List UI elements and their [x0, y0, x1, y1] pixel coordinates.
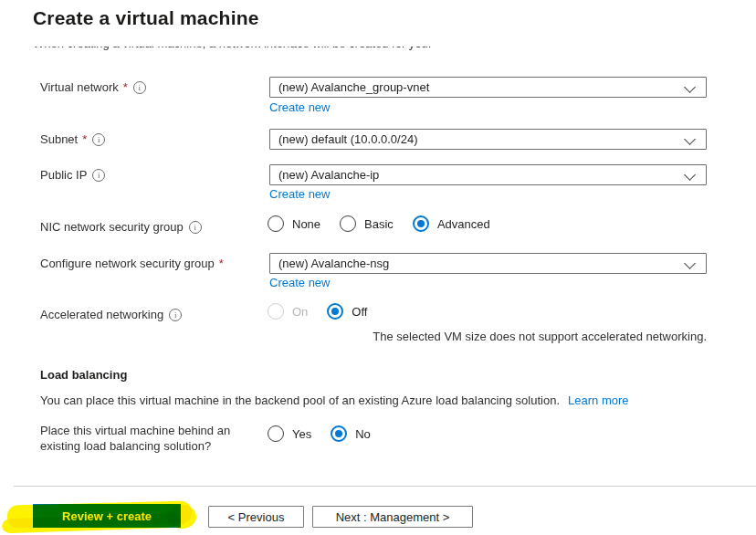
radio-selected-icon — [413, 215, 429, 232]
info-icon[interactable]: i — [169, 309, 182, 321]
required-asterisk: * — [123, 80, 128, 95]
load-balancing-question-label: Place this virtual machine behind an exi… — [40, 423, 278, 454]
info-icon[interactable]: i — [92, 133, 105, 146]
radio-off[interactable]: Off — [327, 303, 367, 320]
radio-circle-icon — [268, 215, 284, 232]
required-asterisk: * — [82, 132, 87, 147]
radio-circle-icon — [340, 215, 356, 232]
radio-selected-icon — [331, 425, 347, 442]
load-balancing-radio-group: Yes No — [268, 425, 390, 442]
info-icon[interactable]: i — [189, 221, 202, 234]
info-icon[interactable]: i — [92, 169, 105, 182]
radio-disabled-icon — [268, 303, 284, 320]
radio-selected-icon — [327, 303, 343, 320]
public-ip-label: Public IP i — [40, 168, 264, 183]
configure-nsg-select[interactable]: (new) Avalanche-nsg — [269, 253, 707, 274]
nic-nsg-radio-group: None Basic Advanced — [268, 215, 509, 232]
radio-advanced[interactable]: Advanced — [413, 215, 490, 232]
radio-no[interactable]: No — [331, 425, 371, 442]
accelerated-networking-radio-group: On Off — [268, 303, 386, 320]
public-ip-select[interactable]: (new) Avalanche-ip — [269, 164, 707, 185]
load-balancing-description: You can place this virtual machine in th… — [40, 393, 629, 407]
configure-nsg-label: Configure network security group * — [40, 257, 264, 271]
radio-none[interactable]: None — [268, 215, 320, 232]
accelerated-networking-note: The selected VM size does not support ac… — [269, 330, 707, 343]
info-icon[interactable]: i — [133, 81, 146, 94]
create-vm-networking-page: Create a virtual machine When creating a… — [0, 0, 756, 535]
required-asterisk: * — [219, 257, 224, 271]
accelerated-networking-label: Accelerated networking i — [40, 308, 264, 322]
clipped-description: When creating a virtual machine, a netwo… — [33, 47, 544, 58]
subnet-label: Subnet * i — [40, 132, 264, 147]
previous-button[interactable]: < Previous — [208, 506, 304, 528]
virtual-network-label: Virtual network * i — [40, 80, 264, 95]
configure-nsg-create-new-link[interactable]: Create new — [269, 276, 330, 289]
virtual-network-create-new-link[interactable]: Create new — [269, 100, 330, 114]
public-ip-create-new-link[interactable]: Create new — [269, 187, 330, 201]
review-create-button[interactable]: Review + create — [33, 504, 181, 528]
radio-on-disabled: On — [268, 303, 308, 320]
radio-basic[interactable]: Basic — [340, 215, 394, 232]
footer-divider — [14, 486, 756, 487]
radio-circle-icon — [268, 425, 284, 442]
learn-more-link[interactable]: Learn more — [568, 393, 628, 407]
radio-yes[interactable]: Yes — [268, 425, 311, 442]
virtual-network-select[interactable]: (new) Avalanche_group-vnet — [269, 77, 707, 98]
nic-nsg-label: NIC network security group i — [40, 220, 264, 235]
page-title: Create a virtual machine — [33, 7, 259, 29]
next-management-button[interactable]: Next : Management > — [312, 506, 473, 528]
subnet-select[interactable]: (new) default (10.0.0.0/24) — [269, 129, 707, 150]
load-balancing-heading: Load balancing — [40, 368, 127, 382]
